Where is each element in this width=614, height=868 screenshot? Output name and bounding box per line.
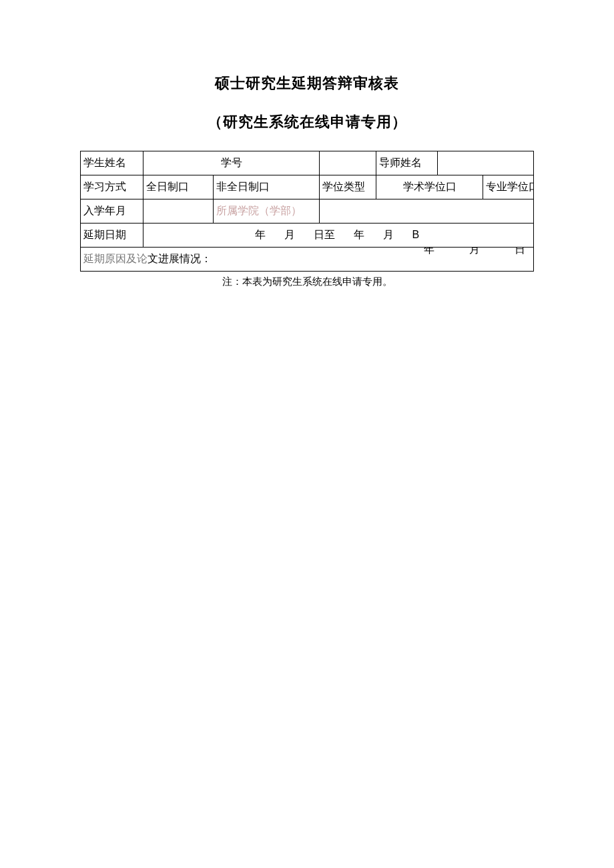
unit-year-2: 年 <box>354 229 364 240</box>
unit-day-to: 日至 <box>314 229 335 240</box>
approval-form: 学生姓名 学号 导师姓名 学习方式 全日制口 非全日制口 学位类型 学术学位口 … <box>80 151 534 272</box>
label-student-name: 学生姓名 <box>81 151 143 175</box>
field-defer-range[interactable]: 年 月 日至 年 月 B <box>143 224 533 248</box>
field-reason[interactable]: 延期原因及论文进展情况： 研究生本人签字： 年 月 日 <box>81 248 534 272</box>
sig-year: 年 <box>424 248 434 256</box>
sig-month: 月 <box>469 248 480 256</box>
checkbox-academic[interactable]: 学术学位口 <box>376 175 483 199</box>
label-degree-type: 学位类型 <box>320 175 376 199</box>
footnote: 注：本表为研究生系统在线申请专用。 <box>80 276 534 288</box>
label-reason: 延期原因及论文进展情况： <box>83 253 212 264</box>
checkbox-parttime[interactable]: 非全日制口 <box>213 175 320 199</box>
field-college[interactable] <box>320 199 534 224</box>
cell-student-id-label: 学号 <box>143 151 320 175</box>
label-study-mode: 学习方式 <box>81 175 143 199</box>
checkbox-professional[interactable]: 专业学位口 <box>483 175 533 199</box>
field-enroll[interactable] <box>143 199 213 224</box>
unit-month-1: 月 <box>284 229 295 240</box>
page-subtitle: （研究生系统在线申请专用） <box>80 112 534 132</box>
field-student-id[interactable] <box>320 151 376 175</box>
label-advisor: 导师姓名 <box>376 151 438 175</box>
label-enroll: 入学年月 <box>81 199 143 224</box>
sig-day: 日 <box>515 248 525 256</box>
signature-date[interactable]: 年 月 日 <box>392 248 525 264</box>
unit-year-1: 年 <box>255 229 266 240</box>
label-reason-prefix: 延期原因及论 <box>83 253 147 264</box>
field-advisor[interactable] <box>438 151 534 175</box>
unit-month-2: 月 <box>383 229 394 240</box>
label-reason-suffix: 文进展情况： <box>147 253 212 264</box>
page-title: 硕士研究生延期答辩审核表 <box>80 73 534 93</box>
unit-end: B <box>412 229 420 240</box>
checkbox-fulltime[interactable]: 全日制口 <box>143 175 213 199</box>
label-college: 所属学院（学部） <box>213 199 320 224</box>
label-defer-date: 延期日期 <box>81 224 143 248</box>
